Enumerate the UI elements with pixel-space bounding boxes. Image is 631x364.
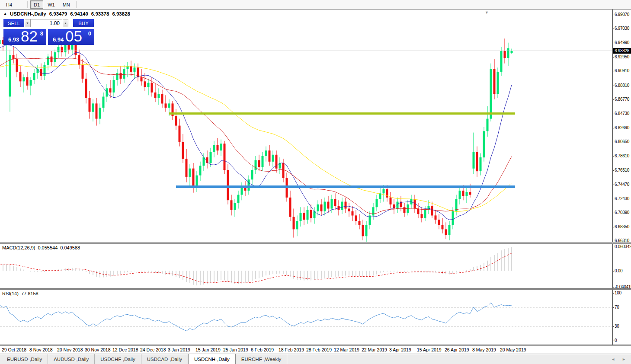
date-tick-label: 8 May 2019 bbox=[472, 347, 496, 352]
date-tick-label: 8 Nov 2018 bbox=[29, 347, 53, 352]
chart-header: ▲ USDCNH-,Daily 6.93479 6.94140 6.93378 … bbox=[3, 11, 130, 16]
rsi-pane: 10070300 RSI(14) 77.8158 bbox=[0, 290, 631, 345]
rsi-tick-label: 0 bbox=[615, 338, 617, 343]
rsi-tick-mark bbox=[613, 307, 614, 308]
macd-tick-label: 0.00 bbox=[615, 268, 622, 273]
period-button-w1[interactable]: W1 bbox=[44, 0, 58, 9]
period-button-d1[interactable]: D1 bbox=[30, 0, 43, 9]
buy-quote-box[interactable]: 6.94 05 0 bbox=[48, 29, 94, 45]
sell-price-pip: 8 bbox=[40, 30, 43, 37]
price-tick-label: 6.70390 bbox=[615, 210, 629, 215]
price-tick-label: 6.76510 bbox=[615, 168, 629, 172]
tab-eurusd-daily[interactable]: EURUSD-,Daily bbox=[1, 354, 48, 364]
macd-signal-value: 0.049588 bbox=[60, 245, 80, 250]
main-chart-pane: 6.990706.970306.949906.929506.909106.888… bbox=[0, 10, 631, 242]
current-price-tag: 6.93828 bbox=[613, 48, 631, 54]
ohlc-open: 6.93479 bbox=[49, 11, 67, 16]
price-tick-label: 6.86770 bbox=[615, 97, 629, 102]
tab-scroll-right-icon[interactable]: ► bbox=[622, 357, 626, 361]
rsi-tick-mark bbox=[613, 326, 614, 327]
date-tick-label: 3 Jan 2019 bbox=[168, 347, 190, 352]
price-tick-label: 6.92950 bbox=[615, 54, 629, 59]
rsi-tick-mark bbox=[613, 341, 614, 341]
price-tick-mark bbox=[613, 128, 614, 128]
rsi-value: 77.8158 bbox=[21, 291, 38, 296]
date-tick-label: 30 Nov 2018 bbox=[85, 347, 111, 352]
price-tick-label: 6.99070 bbox=[615, 12, 629, 17]
price-tick-label: 6.80650 bbox=[615, 139, 629, 144]
sell-price-big: 82 bbox=[21, 28, 38, 45]
buy-price-prefix: 6.94 bbox=[53, 36, 64, 43]
ohlc-high: 6.94140 bbox=[70, 11, 88, 16]
tab-scroll-left-icon[interactable]: ◄ bbox=[611, 357, 615, 361]
date-tick-label: 22 Mar 2019 bbox=[362, 347, 387, 352]
time-axis[interactable]: 29 Oct 20188 Nov 201820 Nov 201830 Nov 2… bbox=[0, 346, 631, 354]
macd-axis: 0.0603420.00-0.040415 bbox=[612, 244, 631, 288]
tab-eurchf-weekly[interactable]: EURCHF-,Weekly bbox=[236, 354, 287, 364]
price-tick-label: 6.84730 bbox=[615, 111, 629, 116]
price-tick-label: 6.78610 bbox=[615, 153, 629, 158]
period-button-mn[interactable]: MN bbox=[59, 0, 74, 9]
tab-usdchf-daily[interactable]: USDCHF-,Daily bbox=[95, 354, 141, 364]
volume-dropdown-icon[interactable]: ▼ bbox=[25, 19, 30, 27]
rsi-tick-label: 100 bbox=[615, 291, 621, 295]
tab-usdcad-daily[interactable]: USDCAD-,Daily bbox=[141, 354, 188, 364]
horizontal-line-object[interactable] bbox=[169, 112, 515, 115]
macd-tick-mark bbox=[613, 287, 614, 287]
chart-tabbar: EURUSD-,DailyAUDUSD-,DailyUSDCHF-,DailyU… bbox=[0, 354, 631, 364]
date-tick-label: 15 Jan 2019 bbox=[195, 347, 221, 352]
price-tick-label: 6.74470 bbox=[615, 182, 629, 187]
price-tick-mark bbox=[613, 71, 614, 71]
tab-audusd-daily[interactable]: AUDUSD-,Daily bbox=[48, 354, 95, 364]
price-tick-mark bbox=[613, 241, 614, 241]
price-tick-mark bbox=[613, 114, 614, 114]
price-tick-mark bbox=[613, 86, 614, 86]
toolbar-divider bbox=[27, 1, 28, 8]
price-tick-mark bbox=[613, 15, 614, 15]
rsi-canvas[interactable] bbox=[0, 290, 612, 345]
price-axis[interactable]: 6.990706.970306.949906.929506.909106.888… bbox=[612, 10, 631, 242]
price-tick-mark bbox=[613, 170, 614, 171]
one-click-collapse-icon[interactable]: ▲ bbox=[3, 12, 7, 16]
date-tick-label: 12 Dec 2018 bbox=[112, 347, 138, 352]
date-tick-label: 3 Apr 2019 bbox=[389, 347, 411, 352]
buy-price-big: 05 bbox=[65, 28, 82, 45]
moving-average-line bbox=[0, 64, 512, 212]
macd-main-value: 0.055544 bbox=[38, 245, 58, 250]
date-tick-label: 12 Mar 2019 bbox=[334, 347, 359, 352]
volume-input[interactable]: 1.00 bbox=[30, 19, 62, 27]
price-tick-label: 6.90910 bbox=[615, 68, 629, 73]
ohlc-close: 6.93828 bbox=[112, 11, 130, 16]
macd-label: MACD(12,26,9) 0.055544 0.049588 bbox=[2, 245, 80, 250]
ohlc-low: 6.93378 bbox=[91, 11, 109, 16]
price-tick-label: 6.97030 bbox=[615, 26, 629, 31]
one-click-trade-panel: SELL ▼ 1.00 ▲ BUY 6.93 82 8 6.94 05 bbox=[3, 19, 96, 45]
price-tick-label: 6.82690 bbox=[615, 125, 629, 130]
date-tick-label: 24 Dec 2018 bbox=[140, 347, 166, 352]
volume-up-icon[interactable]: ▲ bbox=[63, 19, 68, 27]
date-tick-label: 28 Feb 2019 bbox=[306, 347, 332, 352]
autoscroll-marker-icon: ▼ bbox=[485, 10, 489, 15]
sell-price-prefix: 6.93 bbox=[8, 36, 19, 43]
price-tick-mark bbox=[613, 99, 614, 100]
buy-button[interactable]: BUY bbox=[73, 19, 94, 27]
toolbar-divider bbox=[76, 1, 77, 8]
macd-canvas[interactable] bbox=[0, 244, 612, 288]
date-tick-label: 26 Apr 2019 bbox=[445, 347, 469, 352]
moving-average-line bbox=[0, 45, 512, 220]
date-tick-label: 20 Nov 2018 bbox=[57, 347, 83, 352]
rsi-tick-label: 30 bbox=[615, 324, 619, 329]
buy-price-pip: 0 bbox=[88, 30, 91, 37]
price-tick-mark bbox=[613, 199, 614, 199]
horizontal-line-object[interactable] bbox=[176, 185, 515, 188]
tab-usdcnh-daily[interactable]: USDCNH-,Daily bbox=[188, 354, 236, 364]
date-tick-label: 20 May 2019 bbox=[500, 347, 526, 352]
sell-quote-box[interactable]: 6.93 82 8 bbox=[3, 29, 46, 45]
sell-button[interactable]: SELL bbox=[3, 19, 24, 27]
date-tick-label: 25 Jan 2019 bbox=[223, 347, 248, 352]
date-tick-label: 15 Apr 2019 bbox=[417, 347, 442, 352]
price-tick-label: 6.94990 bbox=[615, 40, 629, 45]
price-tick-label: 6.72430 bbox=[615, 196, 629, 201]
price-tick-mark bbox=[613, 142, 614, 142]
period-button-h4[interactable]: H4 bbox=[3, 0, 16, 9]
